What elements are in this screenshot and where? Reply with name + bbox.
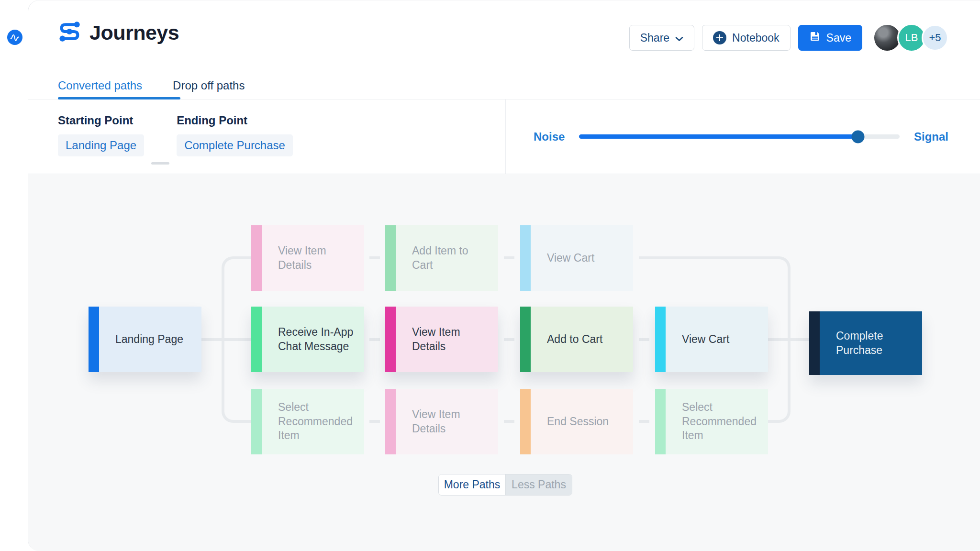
slider-handle[interactable]	[851, 130, 864, 143]
noise-signal-panel: Noise Signal	[506, 99, 980, 174]
node-label: Complete Purchase	[836, 329, 914, 358]
connector-dash	[504, 256, 514, 259]
connector-dash	[639, 338, 649, 341]
flow-node[interactable]: Add to Cart	[520, 307, 633, 372]
flow-node[interactable]: View Cart	[655, 307, 768, 372]
node-accent-bar	[385, 389, 396, 454]
connector-top-right-elbow	[639, 256, 791, 278]
save-button[interactable]: Save	[798, 25, 862, 51]
node-accent-bar	[251, 307, 262, 372]
connector-bottom-right-elbow	[768, 402, 791, 423]
node-label: View Item Details	[412, 325, 490, 354]
noise-label: Noise	[534, 130, 565, 143]
tab-drop-off-paths[interactable]: Drop off paths	[173, 79, 245, 92]
signal-label: Signal	[914, 130, 948, 143]
node-accent-bar	[89, 307, 99, 372]
connector-dash	[369, 256, 380, 259]
node-accent-bar	[655, 389, 666, 454]
flow-node-end[interactable]: Complete Purchase	[809, 311, 922, 375]
main-card: Journeys Share Notebook	[28, 0, 980, 551]
node-accent-bar	[520, 225, 531, 291]
connector-dash	[639, 420, 649, 423]
journeys-s-path-icon	[58, 21, 82, 44]
notebook-button[interactable]: Notebook	[702, 25, 790, 51]
path-endpoints: Starting Point Landing Page Ending Point…	[28, 99, 505, 174]
flow-node[interactable]: View Cart	[520, 225, 633, 291]
node-label: Receive In-App Chat Message	[278, 325, 356, 354]
connector-dash	[369, 338, 380, 341]
connector-dash	[369, 420, 380, 423]
flow-node[interactable]: End Session	[520, 389, 633, 454]
node-label: Landing Page	[115, 332, 183, 347]
flow-node[interactable]: Select Recommended Item	[251, 389, 364, 454]
ending-point-chip[interactable]: Complete Purchase	[177, 134, 293, 156]
node-accent-bar	[520, 307, 531, 372]
node-label: Add to Cart	[547, 332, 602, 347]
flow-node[interactable]: View Item Details	[385, 307, 498, 372]
left-rail	[0, 0, 28, 551]
node-label: View Item Details	[278, 244, 356, 273]
flow-node[interactable]: View Item Details	[251, 225, 364, 291]
node-accent-bar	[251, 225, 262, 291]
page-title: Journeys	[89, 21, 179, 44]
header-actions: Share Notebook	[629, 23, 948, 52]
node-label: View Item Details	[412, 408, 490, 436]
node-accent-bar	[385, 225, 396, 291]
node-label: View Cart	[547, 251, 594, 265]
avatar-overflow-badge[interactable]: +5	[922, 24, 948, 51]
subheader: Starting Point Landing Page Ending Point…	[28, 99, 980, 174]
flow-node[interactable]: Receive In-App Chat Message	[251, 307, 364, 372]
node-label: Select Recommended Item	[682, 400, 760, 443]
flow-node-start[interactable]: Landing Page	[89, 307, 201, 372]
node-accent-bar	[385, 307, 396, 372]
node-accent-bar	[520, 389, 531, 454]
paths-toggle: More Paths Less Paths	[438, 474, 572, 496]
more-paths-button[interactable]: More Paths	[439, 474, 506, 495]
ending-point-label: Ending Point	[177, 114, 293, 127]
tab-converted-paths[interactable]: Converted paths	[58, 79, 142, 92]
starting-point-chip[interactable]: Landing Page	[58, 134, 144, 156]
slider-fill	[579, 134, 858, 139]
less-paths-button[interactable]: Less Paths	[506, 474, 572, 495]
node-label: Add Item to Cart	[412, 244, 490, 273]
plus-circle-icon	[713, 31, 726, 44]
connector-to-end	[768, 338, 809, 341]
amplitude-icon[interactable]	[7, 30, 22, 45]
node-accent-bar	[655, 307, 666, 372]
brand: Journeys	[58, 21, 179, 44]
connector-dash	[504, 338, 514, 341]
flow-node[interactable]: Select Recommended Item	[655, 389, 768, 454]
avatar-group: LB +5	[873, 23, 948, 52]
node-label: View Cart	[682, 332, 729, 347]
flow-node[interactable]: Add Item to Cart	[385, 225, 498, 291]
flow-node[interactable]: View Item Details	[385, 389, 498, 454]
node-label: End Session	[547, 415, 609, 429]
header: Journeys Share Notebook	[28, 0, 980, 99]
share-button[interactable]: Share	[629, 25, 694, 51]
connector-dash	[504, 420, 514, 423]
node-label: Select Recommended Item	[278, 400, 356, 443]
connector-main	[201, 338, 251, 341]
endpoint-connector-dash	[151, 162, 169, 165]
node-accent-bar	[251, 389, 262, 454]
journey-canvas: Landing Page View Item Details Add Item …	[28, 174, 980, 551]
node-accent-bar	[809, 311, 820, 375]
starting-point-label: Starting Point	[58, 114, 144, 127]
tab-bar: Converted paths Drop off paths	[58, 79, 245, 92]
floppy-disk-icon	[809, 31, 821, 45]
noise-signal-slider[interactable]	[579, 134, 900, 139]
chevron-down-icon	[675, 32, 683, 44]
